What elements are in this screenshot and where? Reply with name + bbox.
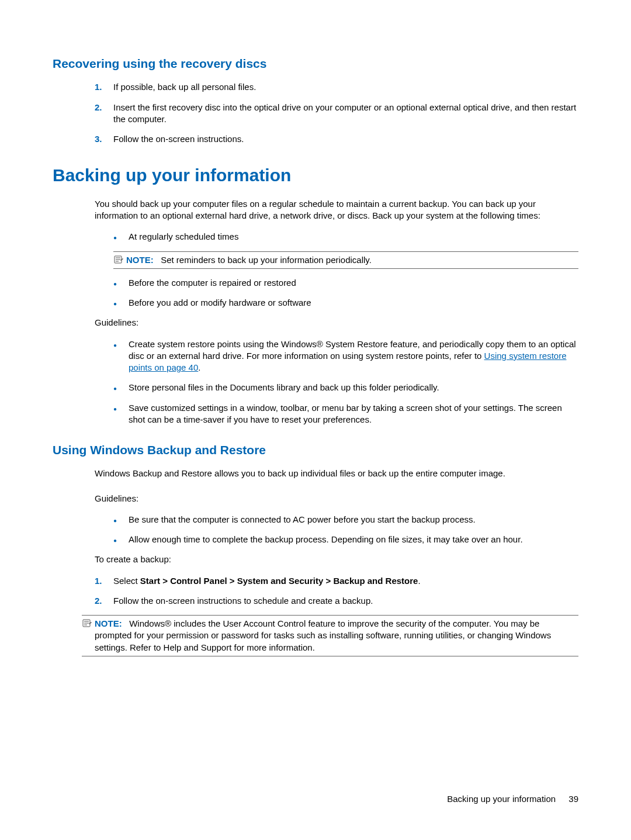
bullet-item: ● At regularly scheduled times (113, 231, 578, 243)
bullet-item: ● Be sure that the computer is connected… (113, 514, 578, 526)
step-pre: Select (113, 576, 140, 586)
note-content: NOTE: Set reminders to back up your info… (126, 254, 578, 266)
step-bold: Start > Control Panel > System and Secur… (140, 576, 418, 586)
bullet-text: At regularly scheduled times (129, 231, 578, 243)
bullet-item: ● Before the computer is repaired or res… (113, 277, 578, 289)
bullet-text: Allow enough time to complete the backup… (129, 534, 578, 545)
ol-number: 2. (95, 102, 113, 126)
paragraph: You should back up your computer files o… (95, 198, 578, 222)
bullet-icon: ● (113, 514, 129, 526)
bullet-icon: ● (113, 277, 129, 289)
ol-item: 1. Select Start > Control Panel > System… (95, 575, 578, 587)
ol-number: 3. (95, 133, 113, 145)
section3-body: Windows Backup and Restore allows you to… (95, 468, 578, 607)
bullet-text: Save customized settings in a window, to… (129, 402, 578, 426)
bullet-text: Be sure that the computer is connected t… (129, 514, 578, 526)
ol-item: 3. Follow the on-screen instructions. (95, 133, 578, 145)
note-icon (113, 254, 126, 264)
note-label: NOTE: (126, 255, 154, 265)
page-footer: Backing up your information 39 (447, 793, 578, 805)
footer-text: Backing up your information (447, 794, 556, 804)
bullet-text: Store personal files in the Documents li… (129, 382, 578, 393)
heading-backing-up: Backing up your information (53, 164, 578, 188)
heading-recovering: Recovering using the recovery discs (53, 56, 578, 72)
paragraph: Windows Backup and Restore allows you to… (95, 468, 578, 479)
bullet-item: ● Save customized settings in a window, … (113, 402, 578, 426)
note-icon (82, 618, 95, 628)
ol-item: 2. Insert the first recovery disc into t… (95, 102, 578, 126)
bullet-icon: ● (113, 297, 129, 309)
step-pre: Follow the on-screen instructions to sch… (113, 596, 373, 606)
ol-item: 1. If possible, back up all personal fil… (95, 81, 578, 93)
section2-body: You should back up your computer files o… (95, 198, 578, 426)
bullet-text: Before you add or modify hardware or sof… (129, 297, 578, 309)
bullet-icon: ● (113, 382, 129, 393)
ol-text: Follow the on-screen instructions to sch… (113, 595, 578, 607)
note-label: NOTE: (95, 618, 122, 628)
guidelines-label: Guidelines: (95, 493, 578, 504)
create-backup-label: To create a backup: (95, 554, 578, 565)
page-number: 39 (568, 793, 578, 805)
bullet-item: ● Allow enough time to complete the back… (113, 534, 578, 545)
bullet-icon: ● (113, 534, 129, 545)
ol-text: Insert the first recovery disc into the … (113, 102, 578, 126)
heading-windows-backup: Using Windows Backup and Restore (53, 442, 578, 458)
section1-body: 1. If possible, back up all personal fil… (95, 81, 578, 145)
ol-number: 1. (95, 575, 113, 587)
bullet-icon: ● (113, 402, 129, 426)
ol-text: Select Start > Control Panel > System an… (113, 575, 578, 587)
ol-number: 1. (95, 81, 113, 93)
note-text: Set reminders to back up your informatio… (161, 255, 372, 265)
bullet-item: ● Create system restore points using the… (113, 338, 578, 374)
note-box: NOTE: Set reminders to back up your info… (113, 251, 578, 269)
guidelines-label: Guidelines: (95, 317, 578, 329)
bullet-text: Before the computer is repaired or resto… (129, 277, 578, 289)
ol-number: 2. (95, 595, 113, 607)
bullet-text-post: . (198, 362, 200, 372)
bullet-icon: ● (113, 338, 129, 374)
bullet-item: ● Before you add or modify hardware or s… (113, 297, 578, 309)
note-text: Windows® includes the User Account Contr… (95, 618, 551, 652)
bullet-text: Create system restore points using the W… (129, 338, 578, 374)
bullet-item: ● Store personal files in the Documents … (113, 382, 578, 393)
step-post: . (418, 576, 420, 586)
note-content: NOTE: Windows® includes the User Account… (95, 618, 578, 654)
ol-text: Follow the on-screen instructions. (113, 133, 578, 145)
ol-text: If possible, back up all personal files. (113, 81, 578, 93)
ol-item: 2. Follow the on-screen instructions to … (95, 595, 578, 607)
note-box: NOTE: Windows® includes the User Account… (82, 615, 578, 656)
bullet-icon: ● (113, 231, 129, 243)
